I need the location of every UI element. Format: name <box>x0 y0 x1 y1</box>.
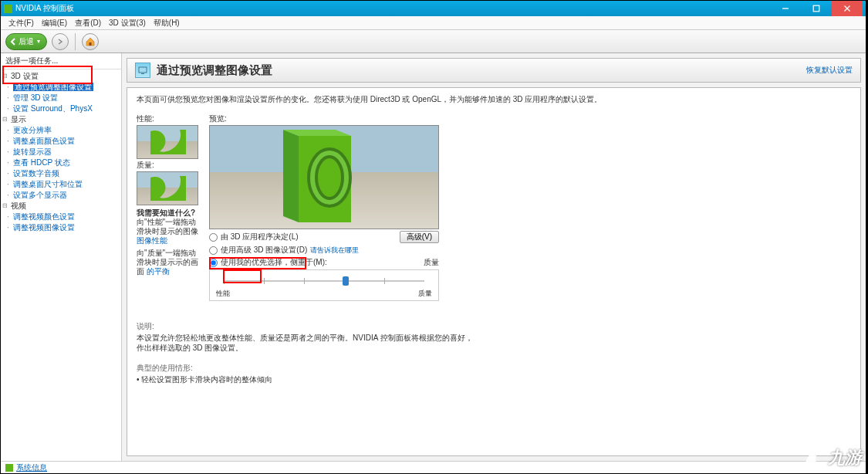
description-section: 说明: 本设置允许您轻松地更改整体性能、质量还是两者之间的平衡。NVIDIA 控… <box>137 321 851 384</box>
statusbar: 系统信息 <box>1 461 866 473</box>
svg-rect-1 <box>813 5 819 12</box>
tree-item-rotate[interactable]: 旋转显示器 <box>2 147 120 157</box>
tree-cat-3d[interactable]: 3D 设置 <box>2 71 120 82</box>
maximize-button[interactable] <box>801 1 832 16</box>
restore-defaults-link[interactable]: 恢复默认设置 <box>806 65 853 76</box>
advanced-button[interactable]: 高级(V) <box>400 231 439 243</box>
menu-help[interactable]: 帮助(H) <box>150 18 183 29</box>
tree-item-surround[interactable]: 设置 Surround、PhysX <box>2 103 120 114</box>
minimize-button[interactable] <box>770 1 801 16</box>
window-title: NVIDIA 控制面板 <box>15 3 74 14</box>
controls-block: 由 3D 应用程序决定(L) 高级(V) 使用高级 3D 图像设置(D) 请告诉… <box>209 231 439 301</box>
help-link-perf[interactable]: 图像性能 <box>137 236 167 245</box>
sidebar-header: 选择一项任务... <box>1 53 121 69</box>
help-link-balance[interactable]: 的平衡 <box>147 267 170 276</box>
tree-item-videoimage[interactable]: 调整视频图像设置 <box>2 222 120 233</box>
radio-app-decide[interactable] <box>209 233 218 242</box>
perf-label: 性能: <box>137 113 203 124</box>
radio-adv-label: 使用高级 3D 图像设置(D) <box>221 245 307 256</box>
tree-item-sizepos[interactable]: 调整桌面尺寸和位置 <box>2 179 120 190</box>
header-icon <box>135 63 150 78</box>
back-button[interactable]: 后退 ▾ <box>5 33 47 50</box>
menubar: 文件(F) 编辑(E) 查看(D) 3D 设置(3) 帮助(H) <box>1 16 866 30</box>
content-area: 通过预览调整图像设置 恢复默认设置 本页面可供您预览您对图像和渲染设置所作的变化… <box>122 53 866 461</box>
quality-slider-area: 性能 质量 <box>209 269 439 301</box>
system-info-link[interactable]: 系统信息 <box>16 462 47 473</box>
help-block-2: 向"质量"一端拖动滑块时显示示的画面 的平衡 <box>137 249 203 276</box>
app-window: NVIDIA 控制面板 文件(F) 编辑(E) 查看(D) 3D 设置(3) 帮… <box>1 1 866 473</box>
preview-3d-scene <box>209 125 439 229</box>
menu-view[interactable]: 查看(D) <box>72 18 104 29</box>
svg-rect-6 <box>141 73 144 74</box>
menu-file[interactable]: 文件(F) <box>5 18 37 29</box>
tree-item-desktopcolor[interactable]: 调整桌面颜色设置 <box>2 136 120 147</box>
intro-text: 本页面可供您预览您对图像和渲染设置所作的变化。您还将获为使用 Direct3D … <box>137 94 851 105</box>
menu-3d[interactable]: 3D 设置(3) <box>106 18 149 29</box>
tree-item-audio[interactable]: 设置数字音频 <box>2 168 120 179</box>
forward-button[interactable] <box>52 33 69 50</box>
tree-item-resolution[interactable]: 更改分辨率 <box>2 125 120 136</box>
page-header: 通过预览调整图像设置 恢复默认设置 <box>127 58 861 83</box>
svg-rect-5 <box>139 67 147 73</box>
link-where[interactable]: 请告诉我在哪里 <box>310 245 359 256</box>
titlebar: NVIDIA 控制面板 <box>1 1 866 16</box>
menu-edit[interactable]: 编辑(E) <box>39 18 70 29</box>
status-chip-icon <box>5 464 13 472</box>
nav-tree: 3D 设置 通过预览调整图像设置 管理 3D 设置 设置 Surround、Ph… <box>1 69 121 235</box>
tree-item-manage3d[interactable]: 管理 3D 设置 <box>2 93 120 103</box>
tree-item-videocolor[interactable]: 调整视频颜色设置 <box>2 212 120 222</box>
help-block-1: 我需要知道什么? 向"性能"一端拖动滑块时显示的图像 图像性能 <box>137 208 203 245</box>
pref-right-label: 质量 <box>424 257 439 268</box>
thumb-performance <box>137 125 198 159</box>
slider-left-label: 性能 <box>216 289 230 299</box>
svg-marker-7 <box>283 130 299 222</box>
radio-pref-label: 使用我的优先选择，侧重于(M): <box>221 257 327 268</box>
thumb-quality <box>137 171 198 205</box>
radio-advanced[interactable] <box>209 246 218 255</box>
preview-label: 预览: <box>209 113 439 124</box>
nvidia-logo-icon <box>4 5 12 13</box>
svg-rect-4 <box>90 42 92 46</box>
sidebar: 选择一项任务... 3D 设置 通过预览调整图像设置 管理 3D 设置 设置 S… <box>1 53 122 461</box>
tree-cat-display[interactable]: 显示 <box>2 114 120 125</box>
qual-label: 质量: <box>137 160 203 171</box>
radio-app-label: 由 3D 应用程序决定(L) <box>221 232 299 242</box>
quality-slider[interactable] <box>216 275 432 287</box>
home-button[interactable] <box>82 33 99 50</box>
page-body: 本页面可供您预览您对图像和渲染设置所作的变化。您还将获为使用 Direct3D … <box>127 87 861 456</box>
slider-thumb[interactable] <box>343 276 349 286</box>
slider-right-label: 质量 <box>418 289 432 299</box>
close-button[interactable] <box>832 1 863 16</box>
tree-item-multidisp[interactable]: 设置多个显示器 <box>2 190 120 201</box>
tree-cat-video[interactable]: 视频 <box>2 201 120 212</box>
toolbar: 后退 ▾ <box>1 30 866 53</box>
tree-item-preview[interactable]: 通过预览调整图像设置 <box>2 82 120 93</box>
page-title: 通过预览调整图像设置 <box>157 63 272 78</box>
tree-item-hdcp[interactable]: 查看 HDCP 状态 <box>2 157 120 168</box>
back-label: 后退 <box>19 36 34 47</box>
radio-my-preference[interactable] <box>209 259 218 267</box>
